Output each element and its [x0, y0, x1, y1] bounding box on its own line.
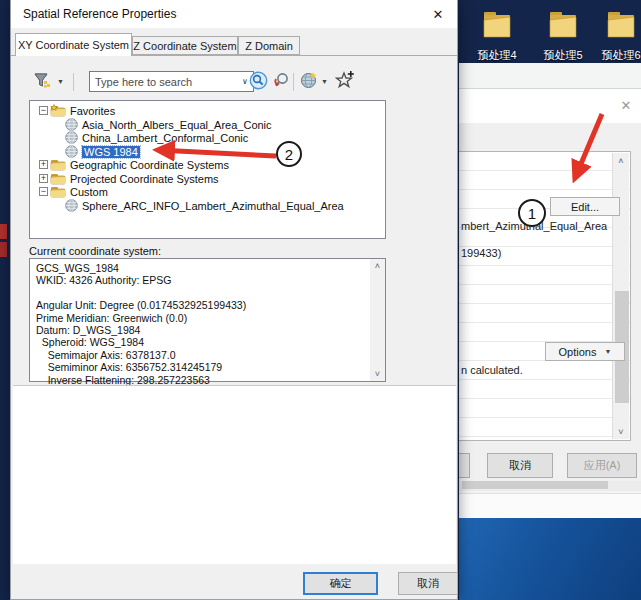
tree-item-label: Asia_North_Albers_Equal_Area_Conic: [82, 119, 272, 131]
list-row-text: mbert_Azimuthal_Equal_Area: [461, 220, 607, 232]
scroll-up-icon[interactable]: ˄: [613, 153, 629, 168]
empty-panel: [13, 385, 456, 564]
globe-icon: [65, 118, 78, 131]
collapse-icon[interactable]: −: [39, 106, 48, 115]
dialog-title: Spatial Reference Properties: [23, 7, 176, 21]
horizontal-scrollbar-thumb[interactable]: [462, 481, 608, 489]
window-bottom-strip: [459, 493, 641, 518]
desktop-folder-4[interactable]: 预处理4: [469, 8, 525, 63]
tree-item-label: Geographic Coordinate Systems: [70, 159, 229, 171]
filter-icon[interactable]: [33, 72, 51, 90]
tree-item-asia-north-albers[interactable]: Asia_North_Albers_Equal_Area_Conic: [65, 118, 272, 132]
collapse-icon[interactable]: −: [39, 187, 48, 196]
tree-item-projected-coordinate-systems[interactable]: Projected Coordinate Systems: [50, 172, 219, 186]
tree-item-label: Projected Coordinate Systems: [70, 173, 219, 185]
scroll-up-icon[interactable]: ˄: [370, 259, 385, 273]
desktop-icon-fragment: [0, 224, 7, 239]
clear-search-icon[interactable]: [272, 71, 291, 90]
add-to-favorites-icon[interactable]: [335, 70, 355, 90]
filter-dropdown-icon[interactable]: ▼: [57, 78, 64, 85]
globe-icon: [65, 199, 78, 212]
desktop-folder-6[interactable]: 预处理6: [593, 8, 641, 63]
list-row-text: n calculated.: [461, 364, 523, 376]
spatial-reference-dialog: Spatial Reference Properties ✕ XY Coordi…: [10, 0, 458, 600]
folder-icon: [50, 185, 66, 198]
scroll-down-icon[interactable]: ˅: [613, 424, 629, 439]
search-icon[interactable]: [249, 71, 268, 90]
folder-icon: [50, 172, 66, 185]
scroll-down-icon[interactable]: ˅: [370, 367, 385, 381]
coordinate-system-tree: − Favorites Asia_North_Albers_Equal_Area…: [29, 100, 386, 239]
folder-icon: [548, 8, 578, 42]
tab-xy-coordinate-system[interactable]: XY Coordinate System: [15, 33, 132, 56]
current-coordinate-system-box: GCS_WGS_1984 WKID: 4326 Authority: EPSG …: [29, 258, 386, 382]
list-row-text: 199433): [461, 247, 501, 259]
toolbar-separator: [293, 73, 294, 91]
current-coordinate-system-text: GCS_WGS_1984 WKID: 4326 Authority: EPSG …: [36, 262, 246, 386]
tab-z-domain[interactable]: Z Domain: [238, 36, 300, 55]
toolbar-separator: [73, 73, 74, 91]
close-icon[interactable]: ✕: [427, 6, 449, 23]
desktop-folder-5[interactable]: 预处理5: [535, 8, 591, 63]
folder-icon: [606, 8, 636, 42]
tree-item-china-lambert[interactable]: China_Lambert_Conformal_Conic: [65, 131, 248, 145]
vertical-scrollbar[interactable]: ˄ ˅: [370, 259, 385, 381]
desktop-folder-label: 预处理6: [593, 48, 641, 63]
close-icon[interactable]: ✕: [617, 96, 635, 114]
desktop-folder-label: 预处理5: [535, 48, 591, 63]
options-button-label: Options: [559, 346, 597, 358]
ok-button-clipped[interactable]: [459, 453, 470, 478]
cancel-button-background-dialog[interactable]: 取消: [487, 453, 553, 478]
cancel-button[interactable]: 取消: [398, 572, 458, 595]
edit-button[interactable]: Edit...: [550, 197, 620, 216]
folder-icon: [50, 158, 66, 171]
tree-item-custom[interactable]: Custom: [50, 185, 108, 199]
tree-item-label: China_Lambert_Conformal_Conic: [82, 132, 248, 144]
expand-icon[interactable]: +: [39, 174, 48, 183]
background-dialog: ✕ ˄ ˅ Edit... mbert_Azimuthal_Equal_Area…: [459, 88, 641, 481]
globe-icon: [65, 145, 78, 158]
tree-item-sphere-arc-info[interactable]: Sphere_ARC_INFO_Lambert_Azimuthal_Equal_…: [65, 199, 344, 213]
tree-item-label-selected: WGS 1984: [82, 146, 140, 158]
tab-z-coordinate-system[interactable]: Z Coordinate System: [132, 36, 238, 55]
properties-list: ˄ ˅: [459, 151, 631, 441]
desktop-wallpaper: [459, 517, 641, 600]
apply-button[interactable]: 应用(A): [567, 453, 637, 478]
options-button[interactable]: Options ▼: [545, 342, 625, 361]
expand-icon[interactable]: +: [39, 160, 48, 169]
background-dialog-titlebar: [459, 89, 641, 123]
tree-item-label: Favorites: [70, 105, 115, 117]
tree-item-geographic-coordinate-systems[interactable]: Geographic Coordinate Systems: [50, 158, 229, 172]
favorites-folder-icon: [50, 104, 66, 117]
tree-item-label: Custom: [70, 186, 108, 198]
tree-item-label: Sphere_ARC_INFO_Lambert_Azimuthal_Equal_…: [82, 200, 344, 212]
current-coordinate-system-label: Current coordinate system:: [29, 245, 161, 257]
desktop-folder-label: 预处理4: [469, 48, 525, 63]
globe-dropdown-icon[interactable]: ▼: [321, 78, 328, 85]
tree-item-favorites[interactable]: Favorites: [50, 104, 115, 118]
folder-icon: [482, 8, 512, 42]
desktop-icon-fragment: [0, 242, 7, 257]
ok-button[interactable]: 确定: [303, 572, 378, 595]
search-placeholder: Type here to search: [90, 76, 237, 88]
search-input[interactable]: Type here to search ∨: [89, 71, 254, 92]
tree-item-wgs-1984-selected[interactable]: WGS 1984: [65, 145, 140, 159]
globe-tool-icon[interactable]: [300, 71, 318, 89]
chevron-down-icon: ▼: [604, 348, 611, 355]
globe-icon: [65, 131, 78, 144]
